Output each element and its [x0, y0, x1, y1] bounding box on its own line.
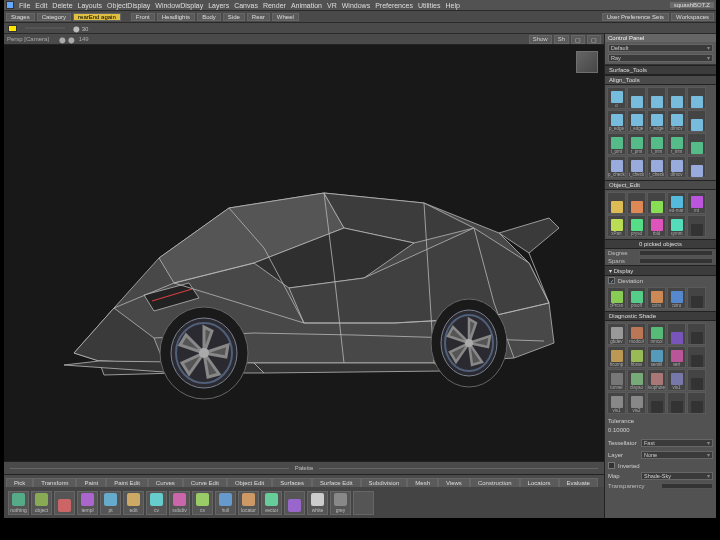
tool-icon[interactable]	[627, 87, 646, 109]
align-tools-header[interactable]: Align_Tools	[605, 75, 716, 85]
menu-help[interactable]: Help	[445, 2, 459, 9]
toolbox-tab-paint[interactable]: Paint	[76, 478, 106, 487]
tool-icon[interactable]	[687, 392, 706, 414]
tool-gbdev[interactable]: gbdev	[607, 323, 626, 345]
menu-layers[interactable]: Layers	[208, 2, 229, 9]
degree-slider[interactable]	[639, 250, 713, 256]
tool-tunnel[interactable]: tunnel	[607, 369, 626, 391]
tool-r_pmt[interactable]: r_pmt	[627, 133, 646, 155]
toolbox-tab-subdivision[interactable]: Subdivision	[361, 478, 408, 487]
tool-grey[interactable]: grey	[330, 491, 351, 515]
menu-layouts[interactable]: Layouts	[78, 2, 103, 9]
viewport-opt2[interactable]: ▢	[587, 35, 601, 44]
menu-vr[interactable]: VR	[327, 2, 337, 9]
menu-delete[interactable]: Delete	[52, 2, 72, 9]
shelf-btn-wheel[interactable]: Wheel	[272, 13, 299, 21]
tool-icon[interactable]	[687, 346, 706, 368]
menu-canvas[interactable]: Canvas	[234, 2, 258, 9]
menu-objectdisplay[interactable]: ObjectDisplay	[107, 2, 150, 9]
inverted-checkbox[interactable]	[608, 462, 615, 469]
shelf-btn-front[interactable]: Front	[131, 13, 155, 21]
tool-sentiil[interactable]: sentiil	[647, 346, 666, 368]
tool-vis1[interactable]: vis1	[667, 369, 686, 391]
tool-dfmcv[interactable]: dfmcv	[667, 156, 686, 178]
construction-field[interactable]	[25, 27, 65, 29]
tool-r_trim[interactable]: r_trim	[667, 133, 686, 155]
menu-windowdisplay[interactable]: WindowDisplay	[155, 2, 203, 9]
color-swatch[interactable]	[8, 25, 17, 32]
shelf-tab-stages[interactable]: Stages	[6, 13, 35, 21]
viewport-3d[interactable]	[4, 45, 604, 461]
menu-edit[interactable]: Edit	[35, 2, 47, 9]
shelf-workspaces[interactable]: Workspaces	[671, 13, 714, 21]
tool-mt[interactable]: mt	[687, 192, 706, 214]
cp-shader-dropdown[interactable]: Default	[608, 44, 713, 52]
tool-white[interactable]: white	[307, 491, 328, 515]
tool-vert[interactable]: vert	[667, 346, 686, 368]
tool-icon[interactable]	[687, 323, 706, 345]
tool-clayao[interactable]: clayao	[627, 369, 646, 391]
tool-pt[interactable]: pt	[100, 491, 121, 515]
tool-rbld[interactable]: rbld	[647, 215, 666, 237]
toolbox-tab-views[interactable]: Views	[438, 478, 470, 487]
shelf-user-prefs[interactable]: User Preference Sets	[602, 13, 669, 21]
tool-icon[interactable]	[667, 323, 686, 345]
toolbox-tab-object-edit[interactable]: Object Edit	[227, 478, 272, 487]
tool-t_trim[interactable]: t_trim	[647, 133, 666, 155]
tool-edit[interactable]: edit	[123, 491, 144, 515]
shelf-btn-headlights[interactable]: Headlights	[157, 13, 195, 21]
toolbox-tab-mesh[interactable]: Mesh	[407, 478, 438, 487]
tolerance-input[interactable]: 0.10000	[608, 426, 713, 435]
deviation-checkbox[interactable]: ✓	[608, 277, 615, 284]
tool-icon[interactable]	[667, 87, 686, 109]
tool-locator[interactable]: locator	[238, 491, 259, 515]
tool-icon[interactable]	[687, 133, 706, 155]
tool-icon[interactable]	[54, 491, 75, 515]
menu-preferences[interactable]: Preferences	[375, 2, 413, 9]
tessellator-dropdown[interactable]: Fast	[641, 439, 713, 447]
object-edit-header[interactable]: Object_Edit	[605, 180, 716, 190]
shelf-btn-body[interactable]: Body	[197, 13, 221, 21]
toolbox-tab-transform[interactable]: Transform	[33, 478, 76, 487]
tool-vis1[interactable]: vis1	[607, 392, 626, 414]
layer-dropdown[interactable]: None	[641, 451, 713, 459]
shelf-tab-category[interactable]: Category	[37, 13, 71, 21]
tool-icon[interactable]	[647, 87, 666, 109]
toolbox-tab-surfaces[interactable]: Surfaces	[272, 478, 312, 487]
shelf-btn-side[interactable]: Side	[223, 13, 245, 21]
tool-o[interactable]: o	[607, 87, 626, 109]
tool-icon[interactable]	[687, 287, 706, 309]
tool-prysd[interactable]: prysd	[627, 215, 646, 237]
tool-icon[interactable]	[687, 110, 706, 132]
viewport-show-btn[interactable]: Show	[529, 35, 552, 44]
tool-icon[interactable]	[687, 369, 706, 391]
tool-object[interactable]: object	[31, 491, 52, 515]
tool-cxtro[interactable]: cxtro	[667, 287, 686, 309]
tool-hbrav[interactable]: hbrav	[627, 346, 646, 368]
menu-render[interactable]: Render	[263, 2, 286, 9]
tool-nothing[interactable]: nothing	[8, 491, 29, 515]
menu-file[interactable]: File	[19, 2, 30, 9]
tool-cv[interactable]: cv	[146, 491, 167, 515]
tool-hull[interactable]: hull	[215, 491, 236, 515]
viewport-sh-btn[interactable]: Sh	[554, 35, 569, 44]
toolbox-tab-construction[interactable]: Construction	[470, 478, 520, 487]
tool-r_edge[interactable]: r_edge	[647, 110, 666, 132]
tool-nmcol[interactable]: nmcol	[647, 323, 666, 345]
tool-cPrcsn[interactable]: cPrcsn	[607, 287, 626, 309]
menu-windows[interactable]: Windows	[342, 2, 370, 9]
transparency-slider[interactable]	[661, 483, 713, 489]
tool-ptsoff[interactable]: ptsoff	[627, 287, 646, 309]
shelf-btn-rear[interactable]: Rear	[247, 13, 270, 21]
tool-r_check[interactable]: r_check	[647, 156, 666, 178]
tool-subdiv[interactable]: subdiv	[169, 491, 190, 515]
tool-isophote[interactable]: isophote	[647, 369, 666, 391]
tool-icon[interactable]	[353, 491, 374, 515]
toolbox-tab-paint-edit[interactable]: Paint Edit	[106, 478, 148, 487]
tool-icon[interactable]	[284, 491, 305, 515]
toolbox-tab-evaluate[interactable]: Evaluate	[559, 478, 598, 487]
spans-slider[interactable]	[639, 258, 713, 264]
tool-symm[interactable]: symm	[667, 215, 686, 237]
tool-cs[interactable]: cs	[192, 491, 213, 515]
diagnostic-header[interactable]: Diagnostic Shade	[605, 311, 716, 321]
